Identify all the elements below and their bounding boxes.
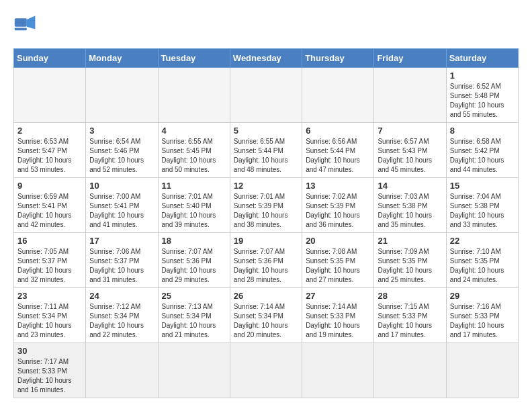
day-number: 14	[378, 181, 442, 191]
empty-cell	[86, 68, 158, 123]
empty-cell	[158, 68, 230, 123]
day-number: 25	[162, 291, 226, 301]
day-info: Sunrise: 6:59 AM Sunset: 5:41 PM Dayligh…	[17, 192, 82, 230]
day-info: Sunrise: 7:01 AM Sunset: 5:40 PM Dayligh…	[162, 192, 226, 230]
empty-cell	[230, 343, 302, 398]
day-number: 29	[450, 291, 515, 301]
day-info: Sunrise: 6:55 AM Sunset: 5:44 PM Dayligh…	[234, 137, 298, 175]
day-info: Sunrise: 7:07 AM Sunset: 5:36 PM Dayligh…	[162, 247, 226, 285]
day-cell: 5Sunrise: 6:55 AM Sunset: 5:44 PM Daylig…	[230, 123, 302, 178]
empty-cell	[14, 68, 86, 123]
day-cell: 14Sunrise: 7:03 AM Sunset: 5:38 PM Dayli…	[374, 178, 446, 233]
day-info: Sunrise: 7:01 AM Sunset: 5:39 PM Dayligh…	[234, 192, 298, 230]
day-number: 8	[450, 126, 515, 136]
svg-rect-2	[15, 28, 27, 31]
day-number: 22	[450, 236, 515, 246]
day-number: 30	[17, 346, 82, 356]
day-cell: 16Sunrise: 7:05 AM Sunset: 5:37 PM Dayli…	[14, 233, 86, 288]
day-cell: 30Sunrise: 7:17 AM Sunset: 5:33 PM Dayli…	[14, 343, 86, 398]
day-cell: 27Sunrise: 7:14 AM Sunset: 5:33 PM Dayli…	[302, 288, 374, 343]
calendar-week-row: 2Sunrise: 6:53 AM Sunset: 5:47 PM Daylig…	[14, 123, 519, 178]
empty-cell	[302, 343, 374, 398]
day-number: 10	[89, 181, 154, 191]
empty-cell	[86, 343, 158, 398]
day-cell: 12Sunrise: 7:01 AM Sunset: 5:39 PM Dayli…	[230, 178, 302, 233]
day-cell: 26Sunrise: 7:14 AM Sunset: 5:34 PM Dayli…	[230, 288, 302, 343]
empty-cell	[374, 343, 446, 398]
day-cell: 29Sunrise: 7:16 AM Sunset: 5:33 PM Dayli…	[446, 288, 518, 343]
day-info: Sunrise: 7:07 AM Sunset: 5:36 PM Dayligh…	[234, 247, 298, 285]
empty-cell	[158, 343, 230, 398]
day-info: Sunrise: 7:13 AM Sunset: 5:34 PM Dayligh…	[162, 302, 226, 340]
svg-rect-0	[15, 18, 27, 27]
day-number: 17	[89, 236, 154, 246]
day-info: Sunrise: 7:15 AM Sunset: 5:33 PM Dayligh…	[378, 302, 442, 340]
day-cell: 7Sunrise: 6:57 AM Sunset: 5:43 PM Daylig…	[374, 123, 446, 178]
day-cell: 9Sunrise: 6:59 AM Sunset: 5:41 PM Daylig…	[14, 178, 86, 233]
day-info: Sunrise: 7:02 AM Sunset: 5:39 PM Dayligh…	[306, 192, 370, 230]
weekday-friday: Friday	[374, 49, 446, 68]
day-cell: 18Sunrise: 7:07 AM Sunset: 5:36 PM Dayli…	[158, 233, 230, 288]
day-number: 26	[234, 291, 298, 301]
day-info: Sunrise: 7:04 AM Sunset: 5:38 PM Dayligh…	[450, 192, 515, 230]
day-info: Sunrise: 6:58 AM Sunset: 5:42 PM Dayligh…	[450, 137, 515, 175]
calendar: SundayMondayTuesdayWednesdayThursdayFrid…	[13, 48, 519, 398]
day-cell: 15Sunrise: 7:04 AM Sunset: 5:38 PM Dayli…	[446, 178, 518, 233]
day-info: Sunrise: 6:55 AM Sunset: 5:45 PM Dayligh…	[162, 137, 226, 175]
weekday-wednesday: Wednesday	[230, 49, 302, 68]
day-number: 21	[378, 236, 442, 246]
day-info: Sunrise: 7:06 AM Sunset: 5:37 PM Dayligh…	[89, 247, 154, 285]
day-cell: 28Sunrise: 7:15 AM Sunset: 5:33 PM Dayli…	[374, 288, 446, 343]
day-info: Sunrise: 7:16 AM Sunset: 5:33 PM Dayligh…	[450, 302, 515, 340]
day-info: Sunrise: 6:57 AM Sunset: 5:43 PM Dayligh…	[378, 137, 442, 175]
day-cell: 23Sunrise: 7:11 AM Sunset: 5:34 PM Dayli…	[14, 288, 86, 343]
day-number: 19	[234, 236, 298, 246]
day-cell: 8Sunrise: 6:58 AM Sunset: 5:42 PM Daylig…	[446, 123, 518, 178]
day-cell: 1Sunrise: 6:52 AM Sunset: 5:48 PM Daylig…	[446, 68, 518, 123]
weekday-tuesday: Tuesday	[158, 49, 230, 68]
day-cell: 2Sunrise: 6:53 AM Sunset: 5:47 PM Daylig…	[14, 123, 86, 178]
day-cell: 22Sunrise: 7:10 AM Sunset: 5:35 PM Dayli…	[446, 233, 518, 288]
svg-marker-1	[27, 16, 36, 30]
day-info: Sunrise: 7:10 AM Sunset: 5:35 PM Dayligh…	[450, 247, 515, 285]
empty-cell	[302, 68, 374, 123]
day-number: 12	[234, 181, 298, 191]
day-info: Sunrise: 7:17 AM Sunset: 5:33 PM Dayligh…	[17, 357, 82, 395]
weekday-thursday: Thursday	[302, 49, 374, 68]
day-cell: 4Sunrise: 6:55 AM Sunset: 5:45 PM Daylig…	[158, 123, 230, 178]
weekday-header-row: SundayMondayTuesdayWednesdayThursdayFrid…	[14, 49, 519, 68]
day-info: Sunrise: 7:11 AM Sunset: 5:34 PM Dayligh…	[17, 302, 82, 340]
day-number: 9	[17, 181, 82, 191]
day-info: Sunrise: 7:12 AM Sunset: 5:34 PM Dayligh…	[89, 302, 154, 340]
day-number: 23	[17, 291, 82, 301]
day-info: Sunrise: 6:53 AM Sunset: 5:47 PM Dayligh…	[17, 137, 82, 175]
day-number: 5	[234, 126, 298, 136]
calendar-week-row: 9Sunrise: 6:59 AM Sunset: 5:41 PM Daylig…	[14, 178, 519, 233]
page-header	[13, 13, 519, 38]
day-info: Sunrise: 7:00 AM Sunset: 5:41 PM Dayligh…	[89, 192, 154, 230]
day-number: 20	[306, 236, 370, 246]
calendar-week-row: 1Sunrise: 6:52 AM Sunset: 5:48 PM Daylig…	[14, 68, 519, 123]
day-number: 3	[89, 126, 154, 136]
day-info: Sunrise: 6:56 AM Sunset: 5:44 PM Dayligh…	[306, 137, 370, 175]
logo-icon	[13, 13, 38, 38]
day-cell: 10Sunrise: 7:00 AM Sunset: 5:41 PM Dayli…	[86, 178, 158, 233]
day-number: 13	[306, 181, 370, 191]
day-info: Sunrise: 7:09 AM Sunset: 5:35 PM Dayligh…	[378, 247, 442, 285]
day-cell: 24Sunrise: 7:12 AM Sunset: 5:34 PM Dayli…	[86, 288, 158, 343]
empty-cell	[446, 343, 518, 398]
day-number: 11	[162, 181, 226, 191]
day-number: 1	[450, 71, 515, 81]
empty-cell	[230, 68, 302, 123]
day-number: 27	[306, 291, 370, 301]
day-number: 2	[17, 126, 82, 136]
day-number: 16	[17, 236, 82, 246]
weekday-sunday: Sunday	[14, 49, 86, 68]
calendar-week-row: 23Sunrise: 7:11 AM Sunset: 5:34 PM Dayli…	[14, 288, 519, 343]
day-cell: 20Sunrise: 7:08 AM Sunset: 5:35 PM Dayli…	[302, 233, 374, 288]
day-number: 4	[162, 126, 226, 136]
day-info: Sunrise: 7:14 AM Sunset: 5:33 PM Dayligh…	[306, 302, 370, 340]
calendar-week-row: 16Sunrise: 7:05 AM Sunset: 5:37 PM Dayli…	[14, 233, 519, 288]
day-cell: 3Sunrise: 6:54 AM Sunset: 5:46 PM Daylig…	[86, 123, 158, 178]
day-number: 7	[378, 126, 442, 136]
